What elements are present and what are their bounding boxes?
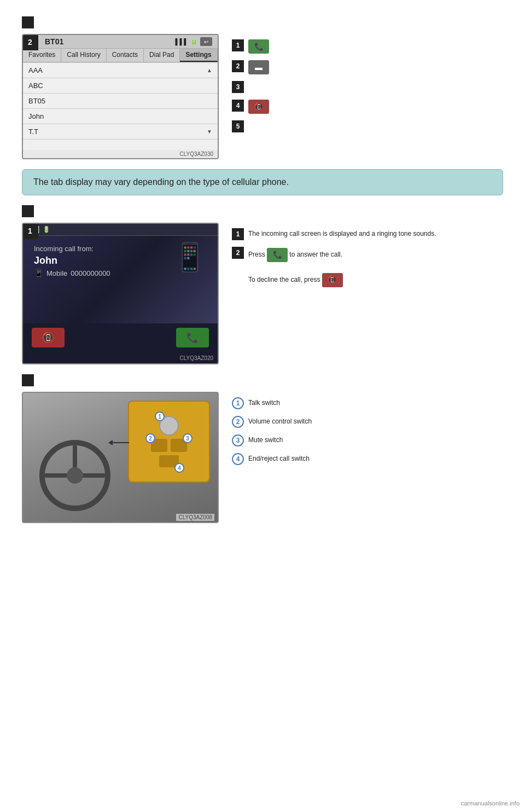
item-2: 2 ▬: [232, 60, 269, 74]
steering-wheel: [39, 440, 110, 511]
contact-name: ABC: [28, 82, 43, 90]
s3-circle-badge-3: 3: [232, 434, 244, 446]
phone-number: 0000000000: [71, 269, 110, 277]
red-phone-icon: 📵: [248, 100, 269, 114]
s3-item-1-text: Talk switch: [248, 397, 280, 408]
s3-circle-badge-4: 4: [232, 453, 244, 465]
item-4: 4 📵: [232, 100, 269, 114]
item-1-icon: 📞: [248, 39, 269, 54]
number-type: Mobile: [46, 269, 67, 277]
vol-btn-container: 2: [151, 439, 167, 452]
accept-phone-icon: 📞: [186, 332, 199, 344]
image-code-1: CLYQ3AZ030: [23, 150, 218, 158]
section1-items: 1 📞 2 ▬ 3 4 �: [232, 34, 269, 132]
call-screen: 1 ▌▌▌ 🔋 Incoming call from: John 📱 Mobil…: [22, 223, 219, 364]
mobile-device-icon: 📱: [34, 269, 43, 277]
phone-screen-1: 2 BT01 ▌▌▌ 🔋 ↩ Favorites Call History Co…: [22, 34, 219, 159]
phone-contacts-list: AAA ▲ ABC BT05 John T.T ▼: [23, 62, 218, 150]
mute-btn[interactable]: 3: [171, 439, 187, 452]
section1-black-square: [22, 16, 34, 28]
back-button[interactable]: ↩: [200, 37, 212, 46]
sw-center-hub: [67, 467, 83, 484]
badge-4: 4: [174, 463, 184, 473]
middle-row: 2 3: [151, 439, 187, 452]
s2-num-badge-2: 2: [232, 247, 244, 259]
section3-black-square: [22, 374, 34, 386]
badge-1: 1: [155, 411, 165, 421]
contact-name: AAA: [28, 66, 43, 74]
contact-row-abc[interactable]: ABC: [23, 78, 218, 94]
phone-graphic: 📱: [173, 241, 207, 273]
s2-item-2: 2 Press 📞 to answer the call.: [232, 247, 436, 262]
control-panel-zoom: 1 2 3: [128, 401, 210, 483]
num-badge-2: 2: [232, 60, 244, 72]
phone-header: BT01 ▌▌▌ 🔋 ↩: [23, 35, 218, 49]
scroll-down-arrow: ▼: [207, 129, 212, 135]
contact-row-bt05[interactable]: BT05: [23, 94, 218, 109]
page-container: 2 BT01 ▌▌▌ 🔋 ↩ Favorites Call History Co…: [0, 0, 525, 549]
s3-item-2-text: Volume control switch: [248, 416, 312, 426]
contact-name: BT05: [28, 97, 45, 105]
contact-row-aaa[interactable]: AAA ▲: [23, 62, 218, 78]
info-box-text: The tab display may vary depending on th…: [33, 177, 289, 187]
s3-item-4: 4 End/reject call switch: [232, 453, 312, 465]
section2-header: [22, 205, 503, 217]
section3-items: 1 Talk switch 2 Volume control switch 3 …: [232, 392, 312, 465]
contact-name: John: [28, 112, 44, 120]
connector-arrow: [108, 440, 113, 445]
item-4-icon: 📵: [248, 100, 269, 114]
s2-item-2b-text: To decline the call, press 📵: [248, 272, 343, 287]
section3: 1 2 3: [22, 374, 503, 523]
tab-favorites[interactable]: Favorites: [23, 49, 61, 62]
end-call-btn[interactable]: 4: [159, 455, 179, 467]
call-screen-number-badge: 1: [22, 223, 38, 239]
phone-title: BT01: [45, 37, 63, 46]
bottom-btn-container: 4: [159, 455, 179, 467]
tab-call-history[interactable]: Call History: [61, 49, 106, 62]
section2: 1 ▌▌▌ 🔋 Incoming call from: John 📱 Mobil…: [22, 205, 503, 364]
item-3: 3: [232, 81, 269, 93]
s3-circle-badge-1: 1: [232, 397, 244, 409]
item-1: 1 📞: [232, 39, 269, 54]
call-buttons: 📵 📞: [23, 323, 218, 354]
tab-more[interactable]: ≡: [218, 49, 219, 62]
info-box: The tab display may vary depending on th…: [22, 169, 503, 195]
accept-button[interactable]: 📞: [176, 328, 209, 347]
contact-row-john[interactable]: John: [23, 109, 218, 124]
num-badge-5: 5: [232, 120, 244, 132]
green-phone-icon: 📞: [248, 39, 269, 54]
s2-item-2b: To decline the call, press 📵: [232, 272, 436, 287]
tab-contacts[interactable]: Contacts: [107, 49, 144, 62]
section1-header: [22, 16, 503, 28]
s2-num-badge-1: 1: [232, 228, 244, 240]
section3-content: 1 2 3: [22, 392, 503, 523]
contact-row-tt[interactable]: T.T ▼: [23, 124, 218, 140]
decline-button[interactable]: 📵: [32, 328, 65, 347]
image-code-2: CLYQ3AZ020: [23, 354, 218, 363]
scroll-up-arrow: ▲: [207, 67, 212, 73]
volume-switch-btn[interactable]: 2: [151, 439, 167, 452]
tab-settings[interactable]: Settings: [180, 49, 217, 62]
s2-red-phone-icon: 📵: [322, 273, 343, 287]
call-screen-header: ▌▌▌ 🔋: [23, 224, 218, 236]
s3-item-2: 2 Volume control switch: [232, 416, 312, 428]
call-screen-body: Incoming call from: John 📱 Mobile 000000…: [23, 236, 218, 323]
section1-content: 2 BT01 ▌▌▌ 🔋 ↩ Favorites Call History Co…: [22, 34, 503, 159]
s2-item-1: 1 The incoming call screen is displayed …: [232, 228, 436, 240]
image-code-3: CLYQ3AZ008: [176, 514, 214, 521]
num-badge-4: 4: [232, 100, 244, 112]
s2-green-phone-icon: 📞: [267, 248, 288, 262]
screen-number-badge: 2: [22, 34, 38, 50]
contact-name: T.T: [28, 127, 38, 136]
connector-line: [113, 442, 129, 443]
talk-switch-btn[interactable]: 1: [159, 416, 179, 436]
section1: 2 BT01 ▌▌▌ 🔋 ↩ Favorites Call History Co…: [22, 16, 503, 159]
s3-item-1: 1 Talk switch: [232, 397, 312, 409]
steering-bg: 1 2 3: [23, 393, 218, 522]
s3-item-4-text: End/reject call switch: [248, 453, 310, 463]
decline-phone-icon: 📵: [42, 332, 54, 344]
signal-bars-icon: ▌▌▌: [176, 38, 188, 45]
battery-icon: 🔋: [190, 38, 198, 45]
tab-dial-pad[interactable]: Dial Pad: [144, 49, 180, 62]
phone-header-icons: ▌▌▌ 🔋 ↩: [176, 37, 212, 46]
